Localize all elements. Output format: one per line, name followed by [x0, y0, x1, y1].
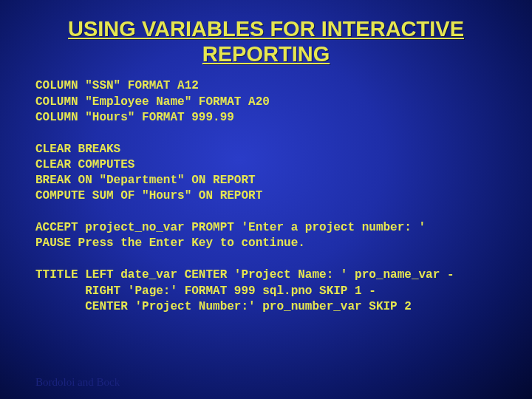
code-block-ttitle: TTITLE LEFT date_var CENTER 'Project Nam… — [35, 267, 497, 314]
code-block-breaks: CLEAR BREAKS CLEAR COMPUTES BREAK ON "De… — [35, 142, 497, 204]
code-block-columns: COLUMN "SSN" FORMAT A12 COLUMN "Employee… — [35, 78, 497, 125]
slide-title: USING VARIABLES FOR INTERACTIVE REPORTIN… — [35, 16, 497, 66]
code-block-accept: ACCEPT project_no_var PROMPT 'Enter a pr… — [35, 220, 497, 251]
footer-credit: Bordoloi and Bock — [35, 376, 120, 389]
slide: USING VARIABLES FOR INTERACTIVE REPORTIN… — [0, 0, 532, 399]
